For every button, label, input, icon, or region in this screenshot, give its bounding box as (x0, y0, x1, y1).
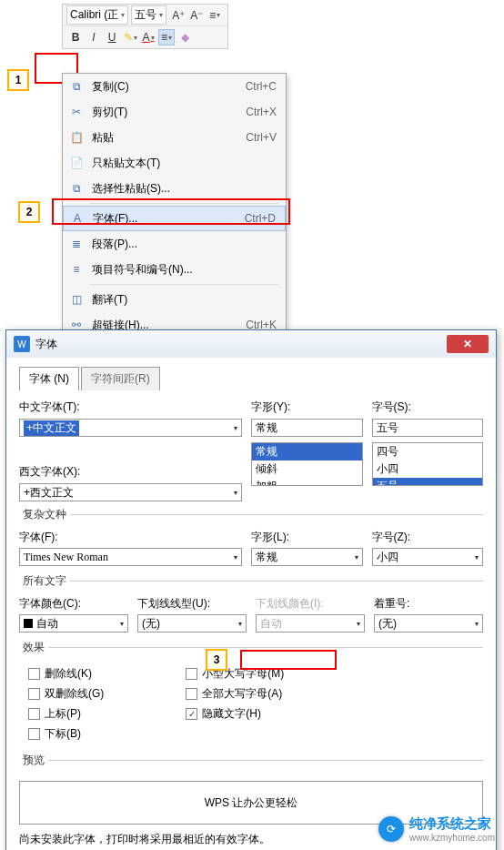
complex-size-value: 小四 (377, 550, 398, 565)
font-color-button[interactable]: A (140, 29, 156, 46)
dstrike-checkbox[interactable]: 双删除线(G) (28, 686, 104, 702)
complex-size-label: 字号(Z): (372, 530, 484, 545)
underline-color-combo: 自动▾ (256, 614, 365, 632)
size-listbox[interactable]: 四号 小四 五号 (372, 442, 484, 486)
menu-copy[interactable]: ⧉ 复制(C) Ctrl+C (63, 74, 286, 99)
superscript-checkbox[interactable]: 上标(P) (28, 706, 104, 722)
chk-label: 下标(B) (45, 726, 81, 742)
list-item[interactable]: 常规 (252, 443, 362, 460)
font-color-combo[interactable]: 自动▾ (19, 614, 128, 632)
menu-separator (90, 284, 278, 285)
effects-group: 效果 删除线(K) 双删除线(G) 上标(P) 下标(B) 小型大写字母(M) … (19, 640, 483, 747)
size-input[interactable]: 五号 (372, 419, 484, 437)
highlight-button[interactable]: ✎ (122, 29, 138, 46)
align-button[interactable]: ≡ (158, 29, 175, 46)
underline-label: 下划线线型(U): (137, 596, 247, 612)
eraser-button[interactable]: ◆ (176, 29, 193, 46)
paste-icon: 📋 (68, 129, 85, 146)
grow-font-button[interactable]: A⁺ (170, 7, 186, 24)
paste-text-icon: 📄 (68, 155, 85, 171)
menu-label: 只粘贴文本(T) (92, 156, 160, 171)
paragraph-icon: ≣ (68, 236, 85, 252)
menu-paragraph[interactable]: ≣ 段落(P)... (63, 231, 286, 257)
shrink-font-button[interactable]: A⁻ (188, 7, 205, 24)
tab-font[interactable]: 字体 (N) (19, 367, 79, 390)
font-family-select[interactable]: Calibri (正▾ (66, 5, 128, 25)
context-menu: ⧉ 复制(C) Ctrl+C ✂ 剪切(T) Ctrl+X 📋 粘贴 Ctrl+… (62, 73, 287, 339)
complex-style-combo[interactable]: 常规▾ (251, 548, 363, 566)
shortcut: Ctrl+X (246, 106, 277, 118)
allcaps-checkbox[interactable]: 全部大写字母(A) (186, 686, 284, 702)
complex-font-value: Times New Roman (24, 551, 108, 564)
group-legend: 预览 (19, 753, 48, 768)
west-font-value: +西文正文 (24, 485, 74, 501)
dropdown-icon: ▾ (159, 11, 163, 19)
west-font-combo[interactable]: +西文正文▾ (19, 483, 242, 501)
paste-special-icon: ⧉ (68, 180, 85, 197)
underline-color-label: 下划线颜色(I): (256, 596, 365, 612)
list-item[interactable]: 小四 (373, 460, 483, 478)
underline-combo[interactable]: (无)▾ (137, 614, 247, 632)
complex-style-label: 字形(L): (251, 530, 363, 545)
close-button[interactable]: ✕ (447, 335, 489, 353)
underline-value: (无) (142, 616, 160, 632)
formatting-toolbar: Calibri (正▾ 五号▾ A⁺ A⁻ ≡ B I U ✎ A ≡ ◆ (62, 4, 228, 49)
west-font-label: 西文字体(X): (19, 464, 242, 480)
strike-checkbox[interactable]: 删除线(K) (28, 666, 104, 682)
cn-font-value: +中文正文 (24, 420, 79, 436)
cn-font-combo[interactable]: +中文正文▾ (19, 419, 242, 437)
callout-2: 2 (18, 201, 40, 223)
line-spacing-button[interactable]: ≡ (207, 7, 223, 24)
checkbox-checked-icon: ✓ (186, 708, 197, 720)
preview-text: WPS 让办公更轻松 (205, 795, 298, 811)
font-color-value: 自动 (36, 616, 58, 632)
size-label: 字号(S): (372, 400, 484, 415)
dialog-titlebar[interactable]: W 字体 ✕ (6, 330, 496, 358)
dropdown-icon: ▾ (121, 11, 125, 19)
tab-spacing[interactable]: 字符间距(R) (81, 367, 160, 390)
menu-label: 字体(F)... (93, 211, 137, 227)
menu-translate[interactable]: ◫ 翻译(T) (63, 287, 286, 312)
complex-font-combo[interactable]: Times New Roman▾ (19, 548, 242, 566)
font-dialog: W 字体 ✕ 字体 (N) 字符间距(R) 中文字体(T): +中文正文▾ 字形… (5, 329, 497, 850)
menu-paste-text[interactable]: 📄 只粘贴文本(T) (63, 150, 286, 176)
group-legend: 复杂文种 (19, 507, 70, 522)
menu-paste[interactable]: 📋 粘贴 Ctrl+V (63, 125, 286, 150)
watermark-title: 纯净系统之家 (409, 815, 495, 833)
list-item[interactable]: 五号 (373, 478, 483, 486)
menu-font[interactable]: A 字体(F)... Ctrl+D (63, 206, 286, 231)
dropdown-icon: ▾ (234, 424, 237, 432)
bullets-icon: ≡ (68, 261, 85, 278)
list-item[interactable]: 四号 (373, 443, 483, 460)
complex-scripts-group: 复杂文种 字体(F): Times New Roman▾ 字形(L): 常规▾ … (19, 507, 483, 568)
callout-1: 1 (7, 69, 29, 91)
smallcaps-checkbox[interactable]: 小型大写字母(M) (186, 666, 284, 682)
menu-bullets[interactable]: ≡ 项目符号和编号(N)... (63, 257, 286, 282)
group-legend: 效果 (19, 640, 48, 655)
style-listbox[interactable]: 常规 倾斜 加粗 (251, 442, 363, 486)
bold-button[interactable]: B (67, 29, 84, 46)
dialog-tabs: 字体 (N) 字符间距(R) (19, 367, 483, 390)
complex-style-value: 常规 (256, 550, 277, 565)
font-icon: A (69, 210, 86, 227)
style-input[interactable]: 常规 (251, 419, 363, 437)
list-item[interactable]: 加粗 (252, 478, 362, 486)
menu-cut[interactable]: ✂ 剪切(T) Ctrl+X (63, 99, 286, 125)
menu-paste-special[interactable]: ⧉ 选择性粘贴(S)... (63, 176, 286, 201)
dialog-title-text: 字体 (35, 337, 57, 352)
font-size-select[interactable]: 五号▾ (131, 5, 166, 25)
menu-label: 段落(P)... (92, 237, 137, 252)
font-size-value: 五号 (135, 7, 156, 23)
underline-button[interactable]: U (104, 29, 120, 46)
chk-label: 全部大写字母(A) (202, 686, 282, 702)
italic-button[interactable]: I (86, 29, 102, 46)
translate-icon: ◫ (68, 291, 85, 308)
accent-label: 着重号: (374, 596, 483, 612)
size-value: 五号 (377, 420, 398, 436)
accent-combo[interactable]: (无)▾ (374, 614, 483, 632)
menu-label: 剪切(T) (92, 105, 127, 120)
hidden-checkbox[interactable]: ✓隐藏文字(H) (186, 706, 284, 722)
list-item[interactable]: 倾斜 (252, 460, 362, 478)
complex-size-combo[interactable]: 小四▾ (372, 548, 484, 566)
subscript-checkbox[interactable]: 下标(B) (28, 726, 104, 742)
